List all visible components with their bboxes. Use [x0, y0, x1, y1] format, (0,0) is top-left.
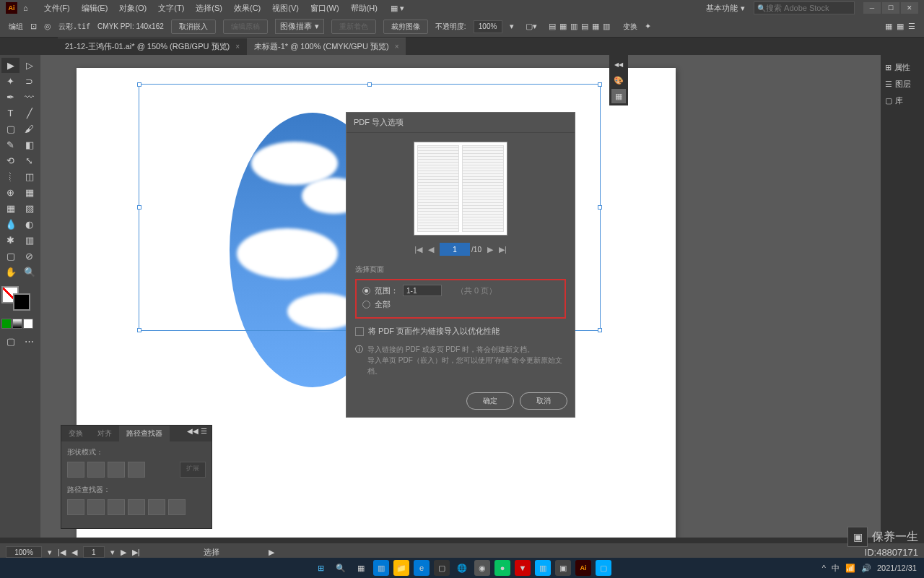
close-button[interactable]: ✕	[901, 2, 918, 14]
wifi-icon[interactable]: 📶	[845, 564, 855, 573]
hand-tool[interactable]: ✋	[1, 264, 19, 280]
edit-toolbar-icon[interactable]: ⋯	[20, 334, 38, 349]
illustrator-taskbar-icon[interactable]: Ai	[575, 560, 591, 576]
menu-edit[interactable]: 编辑(E)	[76, 3, 114, 14]
range-input[interactable]	[403, 285, 442, 296]
opacity-chevron[interactable]: ▾	[510, 22, 514, 31]
align-icon-5[interactable]: ▦	[592, 22, 599, 31]
symbol-sprayer-tool[interactable]: ✱	[1, 233, 19, 248]
rotate-tool[interactable]: ⟲	[1, 153, 19, 168]
first-artboard-icon[interactable]: |◀	[58, 548, 66, 557]
shaper-tool[interactable]: ✎	[1, 137, 19, 152]
menu-view[interactable]: 视图(V)	[266, 3, 305, 14]
tab-close-icon[interactable]: ×	[395, 43, 399, 51]
menu-help[interactable]: 帮助(H)	[345, 3, 383, 14]
magic-wand-tool[interactable]: ✦	[1, 74, 19, 89]
checkbox-icon[interactable]	[355, 327, 364, 336]
shape-builder-tool[interactable]: ⊕	[1, 185, 19, 200]
crop-pf-button[interactable]	[128, 499, 145, 515]
align-icon-3[interactable]: ▥	[570, 22, 578, 31]
tab-close-icon[interactable]: ×	[235, 43, 240, 51]
zoom-tool[interactable]: 🔍	[20, 264, 38, 280]
direct-selection-tool[interactable]: ▷	[20, 58, 38, 73]
widgets-button[interactable]: ▥	[373, 560, 389, 576]
edit-original-button[interactable]: 编辑原稿	[223, 20, 268, 34]
slice-tool[interactable]: ⊘	[20, 249, 38, 264]
cancel-button[interactable]: 取消	[520, 392, 567, 410]
merge-button[interactable]	[108, 499, 125, 515]
column-graph-tool[interactable]: ▥	[20, 233, 38, 248]
search-button[interactable]: 🔍	[333, 560, 349, 576]
screen-mode-icon[interactable]: ▢	[1, 334, 19, 349]
chrome-icon[interactable]: 🌐	[454, 560, 470, 576]
panel-close-icon[interactable]: ◀◀	[611, 57, 626, 72]
scale-tool[interactable]: ⤡	[20, 153, 38, 168]
all-radio[interactable]	[362, 301, 370, 309]
menu-object[interactable]: 对象(O)	[113, 3, 152, 14]
artboard-number[interactable]	[83, 546, 105, 558]
app-icon-3[interactable]: ●	[494, 560, 510, 576]
paintbrush-tool[interactable]: 🖌	[20, 121, 38, 137]
outline-button[interactable]	[148, 499, 165, 515]
opacity-input[interactable]	[474, 20, 502, 33]
document-tab[interactable]: 未标题-1* @ 100% (CMYK/GPU 预览)×	[247, 38, 406, 55]
align-icon-6[interactable]: ▥	[603, 22, 610, 31]
stroke-swatch[interactable]	[13, 293, 30, 311]
maximize-button[interactable]: ☐	[882, 2, 899, 14]
search-input[interactable]: 🔍 搜索 Adobe Stock	[754, 1, 855, 14]
panel-icon-1[interactable]: ▦	[885, 22, 892, 31]
lasso-tool[interactable]: ⊃	[20, 74, 38, 89]
type-tool[interactable]: T	[1, 105, 19, 121]
menu-window[interactable]: 窗口(W)	[305, 3, 345, 14]
next-page-button[interactable]: ▶	[487, 245, 493, 254]
unite-button[interactable]	[67, 462, 84, 478]
trim-button[interactable]	[87, 499, 105, 515]
pathfinder-tab[interactable]: 路径查找器	[119, 426, 170, 441]
edge-icon[interactable]: e	[414, 560, 430, 576]
menu-effect[interactable]: 效果(C)	[228, 3, 266, 14]
tray-chevron[interactable]: ^	[822, 564, 826, 572]
menu-file[interactable]: 文件(F)	[38, 3, 76, 14]
exclude-button[interactable]	[128, 462, 145, 478]
color-panel-icon[interactable]: 🎨	[611, 73, 626, 87]
taskbar-date[interactable]: 2021/12/31	[877, 564, 917, 572]
task-view-button[interactable]: ▦	[353, 560, 369, 576]
start-button[interactable]: ⊞	[313, 560, 328, 576]
last-artboard-icon[interactable]: ▶|	[132, 548, 140, 557]
page-number-input[interactable]	[440, 243, 470, 256]
app-icon-7[interactable]: ▢	[596, 560, 611, 576]
status-chevron[interactable]: ▶	[269, 548, 274, 557]
perspective-tool[interactable]: ▦	[20, 185, 38, 200]
app-icon-4[interactable]: ▼	[515, 560, 531, 576]
first-page-button[interactable]: |◀	[414, 245, 422, 254]
mesh-tool[interactable]: ▦	[1, 201, 19, 216]
gradient-mode-icon[interactable]	[12, 319, 22, 329]
color-swatches[interactable]	[1, 286, 39, 315]
align-icon-2[interactable]: ▦	[559, 22, 567, 31]
style-icon[interactable]: ▢▾	[526, 22, 537, 31]
ime-indicator[interactable]: 中	[832, 563, 840, 574]
eraser-tool[interactable]: ◧	[20, 137, 38, 152]
layers-panel-button[interactable]: ☰图层	[881, 76, 924, 92]
cancel-embed-button[interactable]: 取消嵌入	[171, 20, 216, 34]
explorer-icon[interactable]: 📁	[393, 560, 409, 576]
eyedropper-tool[interactable]: 💧	[1, 217, 19, 232]
divide-button[interactable]	[67, 499, 84, 515]
intersect-button[interactable]	[108, 462, 125, 478]
swatches-panel-icon[interactable]: ▦	[611, 89, 626, 103]
range-radio[interactable]	[362, 287, 370, 295]
menu-type[interactable]: 文字(T)	[152, 3, 190, 14]
transform-label[interactable]: 变换	[623, 22, 637, 32]
prev-page-button[interactable]: ◀	[428, 245, 434, 254]
curvature-tool[interactable]: 〰	[20, 90, 38, 105]
recolor-button[interactable]: 重新着色	[331, 20, 376, 34]
next-artboard-icon[interactable]: ▶	[121, 548, 126, 557]
link-icon[interactable]: ⊡	[30, 22, 37, 31]
color-mode-icon[interactable]	[1, 319, 12, 329]
zoom-level[interactable]	[6, 546, 42, 558]
workspace-selector[interactable]: 基本功能▾	[700, 1, 751, 15]
artboard-tool[interactable]: ▢	[1, 249, 19, 264]
transform-tab[interactable]: 变换	[61, 426, 90, 441]
layout-icon[interactable]: ▦ ▾	[391, 4, 404, 13]
app-icon[interactable]: ▢	[434, 560, 450, 576]
